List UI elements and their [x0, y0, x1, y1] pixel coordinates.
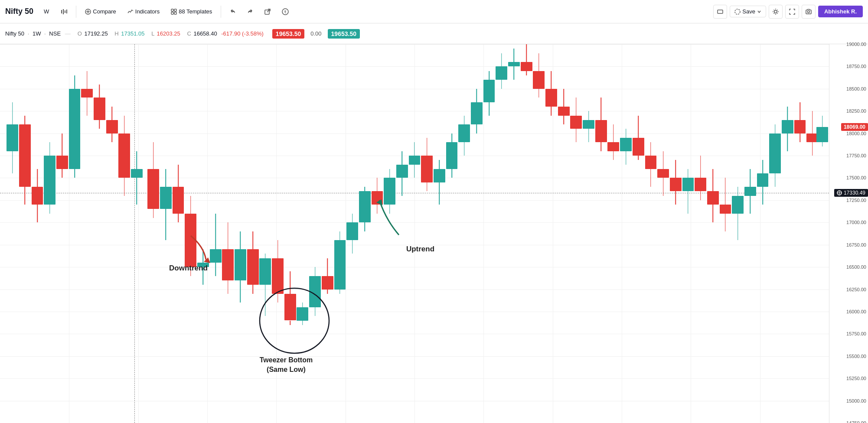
candle-body: [583, 120, 594, 129]
candle-lower-wick: [626, 151, 627, 165]
candle: [682, 44, 694, 423]
fullscreen-btn[interactable]: [785, 5, 799, 19]
candle-lower-wick: [638, 156, 639, 160]
candle: [247, 44, 259, 423]
dashed-vline: [134, 44, 135, 423]
candle: [757, 44, 769, 423]
uptrend-annotation: Uptrend: [406, 245, 434, 254]
price-label: 16000.00: [846, 309, 866, 314]
redo-btn[interactable]: [243, 6, 258, 17]
candle-upper-wick: [137, 151, 137, 169]
candle-upper-wick: [87, 71, 88, 89]
price-label: 17000.00: [846, 220, 866, 225]
price-label: 18750.00: [846, 64, 866, 69]
uptrend-arrow-icon: [373, 196, 408, 239]
candle: [421, 44, 433, 423]
candle: [782, 44, 793, 423]
candle-lower-wick: [489, 102, 489, 116]
candle: [309, 44, 321, 423]
rupee-icon: ₹: [282, 8, 289, 15]
rectangle-icon: [717, 9, 723, 15]
svg-rect-15: [718, 10, 723, 13]
bar-style-btn[interactable]: [56, 6, 72, 18]
candle-body: [396, 165, 408, 178]
candle: [396, 44, 408, 423]
candle-upper-wick: [25, 116, 26, 125]
price-label: 15250.00: [846, 376, 866, 381]
svg-rect-3: [66, 10, 67, 13]
candle-lower-wick: [799, 133, 800, 143]
candle-lower-wick: [99, 120, 100, 129]
price-label: 18250.00: [846, 108, 866, 114]
candle-upper-wick: [99, 85, 100, 98]
candle-lower-wick: [713, 205, 714, 222]
candle: [583, 44, 594, 423]
svg-point-21: [260, 288, 329, 353]
candle: [521, 44, 532, 423]
candle-upper-wick: [124, 116, 125, 133]
candle-body: [769, 133, 781, 174]
candle: [458, 44, 470, 423]
candle: [94, 44, 105, 423]
candle-upper-wick: [228, 222, 228, 249]
candle-lower-wick: [576, 129, 577, 142]
candle-lower-wick: [49, 205, 50, 214]
candle: [44, 44, 55, 423]
chart-canvas[interactable]: Downtrend Uptrend Tweezer Bottom(Same Lo…: [0, 44, 829, 423]
candle-upper-wick: [352, 214, 353, 223]
price-label: 16500.00: [846, 264, 866, 270]
screenshot-btn[interactable]: [802, 5, 816, 19]
compare-btn[interactable]: Compare: [81, 6, 120, 17]
candle: [483, 44, 495, 423]
settings-btn[interactable]: [769, 5, 783, 19]
candle-lower-wick: [166, 209, 166, 240]
candle-body: [334, 240, 346, 289]
candle: [769, 44, 781, 423]
candle-lower-wick: [339, 290, 340, 294]
price-label: 15500.00: [846, 354, 866, 359]
candle: [322, 44, 333, 423]
user-btn[interactable]: Abhishek R.: [818, 6, 863, 17]
candle-upper-wick: [514, 49, 515, 62]
candle-lower-wick: [365, 222, 365, 231]
candle-lower-wick: [37, 205, 38, 222]
candle: [346, 44, 358, 423]
candle-lower-wick: [153, 209, 154, 218]
candle-lower-wick: [700, 191, 701, 200]
downtrend-arrow-icon: [182, 234, 217, 264]
currency-btn[interactable]: ₹: [277, 6, 293, 18]
candle: [147, 44, 159, 423]
candle: [32, 44, 43, 423]
rectangle-tool-btn[interactable]: [713, 5, 727, 19]
templates-btn[interactable]: 88 Templates: [166, 6, 216, 17]
save-label: Save: [742, 8, 755, 15]
candle: [633, 44, 644, 423]
candle: [744, 44, 756, 423]
candle: [259, 44, 271, 423]
save-btn[interactable]: Save: [730, 6, 766, 17]
candle-upper-wick: [240, 231, 241, 249]
undo-btn[interactable]: [225, 6, 240, 17]
candle-upper-wick: [663, 151, 664, 169]
candle: [118, 44, 130, 423]
candle-upper-wick: [576, 98, 577, 115]
candle-upper-wick: [588, 111, 589, 120]
candle-lower-wick: [762, 187, 763, 205]
price-label: 18500.00: [846, 86, 866, 91]
candle-upper-wick: [737, 187, 738, 196]
indicators-btn[interactable]: Indicators: [123, 6, 164, 17]
svg-rect-2: [65, 10, 65, 13]
external-link-btn[interactable]: [260, 6, 275, 17]
candle-lower-wick: [538, 89, 539, 98]
candle-body: [131, 169, 143, 178]
candle-upper-wick: [638, 116, 639, 138]
candle-body: [682, 178, 694, 191]
candle: [720, 44, 731, 423]
candle-lower-wick: [62, 169, 63, 178]
price-label: 16250.00: [846, 287, 866, 292]
candle-upper-wick: [190, 196, 191, 214]
timeframe-btn[interactable]: W: [39, 6, 53, 17]
templates-label: 88 Templates: [179, 8, 212, 15]
candle-lower-wick: [588, 129, 589, 142]
candle: [384, 44, 395, 423]
